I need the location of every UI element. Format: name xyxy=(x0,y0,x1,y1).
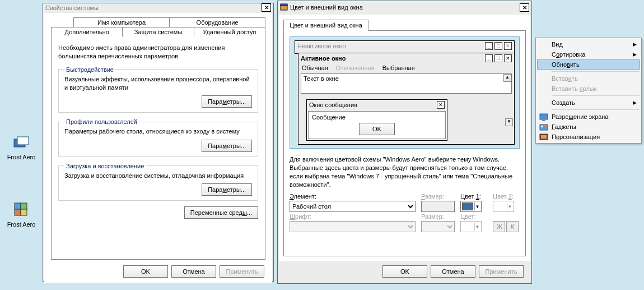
performance-settings-button[interactable]: Параметры... xyxy=(202,95,252,108)
desktop-icon-folder[interactable]: Frost Aero xyxy=(4,134,38,160)
window-title: Цвет и внешний вид окна xyxy=(290,4,517,11)
preview-inactive-window: Неактивное окно _ □ ✕ xyxy=(295,40,515,54)
color-swatch xyxy=(462,202,473,210)
minimize-icon: _ xyxy=(485,42,493,50)
menu-separator xyxy=(552,71,640,72)
svg-rect-12 xyxy=(544,126,547,127)
palette-icon xyxy=(280,3,288,11)
group-text: Параметры рабочего стола, относящиеся ко… xyxy=(64,127,252,136)
font-size-select xyxy=(421,221,455,232)
monitor-icon xyxy=(539,113,548,122)
menu-separator xyxy=(552,95,640,96)
element-label: Элемент: xyxy=(290,193,416,200)
gadgets-icon xyxy=(539,123,548,132)
preview-active-window: Активное окно _ □ ✕ Обычная Отключенная … xyxy=(298,53,515,145)
color2-label: Цвет 2: xyxy=(493,193,520,200)
svg-rect-8 xyxy=(540,114,548,119)
preview-title: Активное окно xyxy=(301,55,483,62)
desktop-icon-label: Frost Aero xyxy=(4,154,38,160)
cancel-button[interactable]: Отмена xyxy=(431,265,475,278)
profiles-settings-button[interactable]: Параметры... xyxy=(202,140,252,152)
close-button[interactable]: ✕ xyxy=(262,3,271,12)
group-user-profiles: Профили пользователей Параметры рабочего… xyxy=(58,118,258,156)
startup-settings-button[interactable]: Параметры... xyxy=(202,183,252,196)
description-text: Для включения цветовой схемы "Windows Ae… xyxy=(290,155,520,188)
chevron-right-icon: ▶ xyxy=(633,52,637,57)
env-vars-button[interactable]: Переменные среды... xyxy=(184,206,258,219)
svg-rect-7 xyxy=(281,4,287,6)
svg-rect-4 xyxy=(15,209,21,215)
tab-advanced[interactable]: Дополнительно xyxy=(51,27,123,37)
msg-title: Окно сообщения xyxy=(309,102,435,108)
chevron-down-icon: ▼ xyxy=(507,202,512,210)
svg-rect-14 xyxy=(541,135,547,139)
minimize-icon: _ xyxy=(485,54,493,62)
desktop-icon-registry[interactable]: Frost Aero xyxy=(4,201,38,228)
size-input xyxy=(421,201,455,212)
menu-disabled: Отключенная xyxy=(336,65,375,71)
menu-sort[interactable]: Сортировка▶ xyxy=(537,49,640,59)
close-button[interactable]: ✕ xyxy=(520,3,529,12)
tab-window-color[interactable]: Цвет и внешний вид окна xyxy=(283,20,368,31)
preview-text: Текст в окне xyxy=(301,74,341,83)
svg-rect-9 xyxy=(542,120,545,121)
group-text: Загрузка и восстановление системы, отлад… xyxy=(64,172,252,180)
group-performance: Быстродействие Визуальные эффекты, испол… xyxy=(58,66,258,113)
chevron-down-icon: ▼ xyxy=(474,223,480,231)
font-select xyxy=(290,221,416,232)
preview-text-window: Текст в окне ▲ xyxy=(301,73,512,94)
group-legend: Быстродействие xyxy=(64,66,115,73)
tab-remote[interactable]: Удаленный доступ xyxy=(194,27,265,37)
window-system-properties: Свойства системы ✕ Имя компьютера Оборуд… xyxy=(43,3,274,282)
menu-gadgets[interactable]: Гаджеты xyxy=(537,122,640,132)
preview-title: Неактивное окно xyxy=(297,43,483,49)
element-select[interactable]: Рабочий стол xyxy=(290,201,416,212)
menu-personalize[interactable]: Персонализация xyxy=(537,132,640,142)
apply-button: Применить xyxy=(479,265,524,278)
close-icon: ✕ xyxy=(504,54,512,62)
ok-button[interactable]: OK xyxy=(123,265,168,278)
close-icon: ✕ xyxy=(437,101,445,109)
window-appearance: Цвет и внешний вид окна ✕ Цвет и внешний… xyxy=(277,1,532,284)
chevron-right-icon: ▶ xyxy=(633,100,637,105)
svg-rect-5 xyxy=(21,209,27,215)
maximize-icon: □ xyxy=(494,42,502,50)
apply-button: Применить xyxy=(220,265,264,278)
tab-hardware[interactable]: Оборудование xyxy=(170,17,265,27)
preview-menu-bar: Обычная Отключенная Выбранная xyxy=(298,63,514,72)
font-color-label: Цвет: xyxy=(460,213,487,220)
registry-icon xyxy=(12,201,30,219)
preview-message-box: Окно сообщения ✕ Сообщение OK xyxy=(306,99,447,141)
menu-create[interactable]: Создать▶ xyxy=(537,98,640,108)
menu-refresh[interactable]: Обновить xyxy=(537,59,640,70)
menu-selected: Выбранная xyxy=(382,65,415,71)
chevron-right-icon: ▶ xyxy=(633,42,637,47)
titlebar[interactable]: Свойства системы ✕ xyxy=(43,3,273,12)
folder-icon xyxy=(12,134,30,151)
titlebar[interactable]: Цвет и внешний вид окна ✕ xyxy=(278,1,531,13)
italic-button: К xyxy=(506,221,519,232)
menu-screen-resolution[interactable]: Разрешение экрана xyxy=(537,112,640,122)
menu-paste-shortcut: Вставить ярлык xyxy=(537,84,640,94)
svg-rect-3 xyxy=(21,203,27,209)
personalize-icon xyxy=(539,133,548,142)
window-title: Свойства системы xyxy=(45,4,259,11)
menu-normal: Обычная xyxy=(302,65,328,71)
color2-button: ▼ xyxy=(493,201,514,212)
group-legend: Загрузка и восстановление xyxy=(64,163,146,169)
menu-separator xyxy=(552,109,640,110)
color1-button[interactable]: ▼ xyxy=(460,201,482,212)
tab-computer-name[interactable]: Имя компьютера xyxy=(73,17,170,27)
msg-ok-button[interactable]: OK xyxy=(359,123,395,135)
close-icon: ✕ xyxy=(504,42,512,50)
scroll-up-icon: ▲ xyxy=(503,74,511,82)
svg-rect-1 xyxy=(17,137,29,145)
cancel-button[interactable]: Отмена xyxy=(171,265,216,278)
admin-note: Необходимо иметь права администратора дл… xyxy=(58,44,258,61)
size-label: Размер: xyxy=(421,193,455,200)
tab-system-protection[interactable]: Защита системы xyxy=(123,27,194,37)
menu-view[interactable]: Вид▶ xyxy=(537,39,640,49)
preview-area: Неактивное окно _ □ ✕ Активное окно _ □ … xyxy=(290,36,520,149)
ok-button[interactable]: OK xyxy=(382,265,427,278)
menu-paste: Вставить xyxy=(537,73,640,84)
